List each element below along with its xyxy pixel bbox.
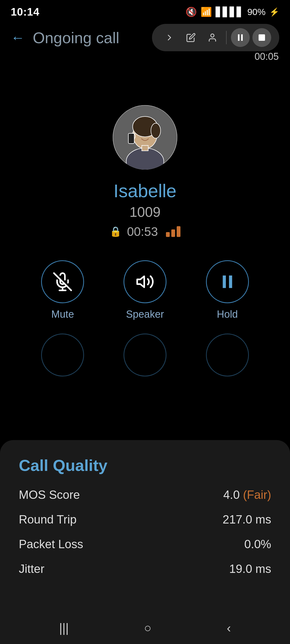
top-bar-left: ← Ongoing call [11, 29, 119, 47]
avatar-section: Isabelle 1009 🔒 00:53 [0, 105, 290, 239]
svg-rect-11 [128, 133, 134, 144]
wifi-icon: 📶 [201, 6, 212, 17]
packetloss-label: Packet Loss [19, 537, 83, 551]
bar3 [177, 226, 180, 237]
contact-number: 1009 [129, 204, 161, 220]
svg-rect-9 [142, 145, 148, 151]
roundtrip-value: 217.0 ms [223, 513, 271, 526]
speaker-button-wrap: Speaker [124, 260, 166, 320]
svg-rect-2 [241, 34, 243, 41]
avatar [113, 105, 177, 170]
back-button[interactable]: ← [11, 30, 25, 46]
call-info-row: 🔒 00:53 [110, 224, 180, 239]
hold-label: Hold [217, 309, 238, 320]
extra-btn-3[interactable] [206, 334, 249, 376]
mute-button-wrap: Mute [41, 260, 84, 320]
mute-label: Mute [51, 309, 74, 320]
nav-recent-apps[interactable]: ||| [59, 621, 69, 635]
bar2 [171, 229, 175, 237]
hold-button-wrap: Hold [206, 260, 249, 320]
jitter-value: 19.0 ms [229, 562, 271, 576]
packetloss-row: Packet Loss 0.0% [19, 537, 271, 551]
stop-button[interactable] [252, 28, 271, 47]
pause-button[interactable] [231, 28, 250, 47]
toolbar-divider [226, 31, 227, 44]
roundtrip-label: Round Trip [19, 513, 77, 526]
call-quality-title: Call Quality [19, 456, 271, 475]
mos-row: MOS Score 4.0 (Fair) [19, 488, 271, 502]
bar1 [166, 232, 170, 237]
roundtrip-row: Round Trip 217.0 ms [19, 513, 271, 526]
contact-name: Isabelle [114, 180, 176, 201]
jitter-row: Jitter 19.0 ms [19, 562, 271, 576]
svg-rect-16 [223, 276, 226, 288]
status-time: 10:14 [11, 6, 39, 18]
hold-button[interactable] [206, 260, 249, 303]
mos-label: MOS Score [19, 488, 80, 502]
mute-button[interactable] [41, 260, 84, 303]
mos-value: 4.0 (Fair) [223, 488, 271, 502]
action-buttons-row2 [0, 334, 290, 376]
toolbar [152, 24, 279, 51]
battery-text: 90% [247, 7, 266, 17]
speaker-label: Speaker [126, 309, 164, 320]
signal-quality [166, 226, 180, 237]
packetloss-value: 0.0% [244, 537, 271, 551]
top-bar: ← Ongoing call [0, 21, 290, 54]
status-bar: 10:14 🔇 📶 ▋▋▋▋ 90% ⚡ [0, 0, 290, 21]
call-timer-top: 00:05 [0, 51, 290, 62]
extra-btn-1[interactable] [41, 334, 84, 376]
jitter-label: Jitter [19, 562, 44, 576]
edit-button[interactable] [182, 28, 200, 47]
mute-icon: 🔇 [186, 6, 197, 17]
forward-button[interactable] [160, 28, 179, 47]
nav-bar: ||| ○ ‹ [0, 612, 290, 644]
person-button[interactable] [203, 28, 222, 47]
battery-icon: ⚡ [269, 7, 279, 17]
svg-rect-1 [238, 34, 240, 41]
svg-marker-15 [137, 276, 144, 287]
svg-point-8 [151, 123, 161, 138]
nav-home[interactable]: ○ [144, 621, 151, 635]
call-duration: 00:53 [127, 224, 158, 239]
status-icons: 🔇 📶 ▋▋▋▋ 90% ⚡ [186, 6, 279, 17]
page-title: Ongoing call [33, 29, 119, 47]
lock-icon: 🔒 [110, 226, 122, 237]
svg-point-0 [211, 34, 214, 37]
signal-icon: ▋▋▋▋ [216, 6, 244, 17]
svg-rect-3 [259, 34, 265, 41]
mos-tag: (Fair) [243, 488, 271, 501]
svg-rect-17 [229, 276, 232, 288]
extra-btn-2[interactable] [124, 334, 166, 376]
action-buttons-row1: Mute Speaker Hold [0, 260, 290, 320]
speaker-button[interactable] [124, 260, 166, 303]
nav-back[interactable]: ‹ [227, 621, 231, 635]
